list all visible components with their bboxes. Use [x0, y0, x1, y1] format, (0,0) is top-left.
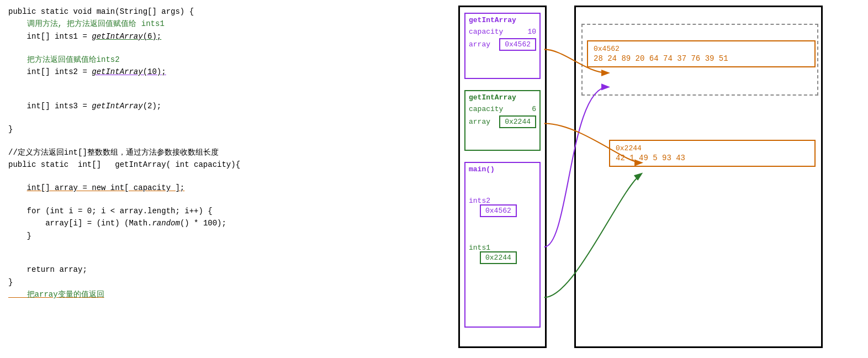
capacity-label-top: capacity [469, 28, 503, 36]
frame-getIntArray-mid: getIntArray capacity 6 array 0x2244 [464, 90, 541, 151]
heap-large-values: 28 24 89 20 64 74 37 76 39 51 [594, 54, 809, 63]
code-line-7: public static int[] getIntArray( int cap… [8, 159, 362, 171]
code-line-6: //定义方法返回int[]整数数组，通过方法参数接收数组长度 [8, 146, 362, 159]
comment-3: 把array变量的值返回 [8, 288, 362, 301]
code-line-5: } [8, 123, 362, 135]
heap-large-addr: 0x4562 [594, 45, 809, 53]
ints1-label: ints1 [469, 244, 490, 252]
frame-getIntArray-mid-label: getIntArray [469, 93, 536, 102]
ints2-value: 0x4562 [480, 204, 517, 217]
code-line-9: for (int i = 0; i < array.length; i++) { [8, 205, 362, 217]
code-panel: public static void main(String[] args) {… [0, 0, 370, 358]
diagram-panel: getIntArray capacity 10 array 0x4562 get… [370, 0, 868, 358]
code-line-12: return array; [8, 264, 362, 276]
code-line-2: int[] ints1 = getIntArray(6); [8, 30, 362, 43]
comment-1: 调用方法, 把方法返回值赋值给 ints1 [8, 18, 362, 30]
array-label-mid: array [469, 118, 490, 126]
frame-row-array-top: array 0x4562 [469, 37, 536, 52]
capacity-value-mid: 6 [532, 105, 536, 113]
comment-2: 把方法返回值赋值给ints2 [8, 54, 362, 66]
stack-container: getIntArray capacity 10 array 0x4562 get… [458, 6, 547, 348]
array-label-top: array [469, 40, 490, 49]
frame-getIntArray-top-label: getIntArray [469, 16, 536, 24]
ints1-value: 0x2244 [480, 251, 517, 264]
ints2-label: ints2 [469, 197, 490, 205]
ints1-section: ints1 0x2244 [469, 243, 536, 262]
heap-small-values: 42 1 49 5 93 43 [616, 154, 809, 162]
frame-getIntArray-top: getIntArray capacity 10 array 0x4562 [464, 13, 541, 79]
code-line-4: int[] ints3 = getIntArray(2); [8, 100, 362, 112]
code-line-1: public static void main(String[] args) { [8, 6, 362, 18]
array-value-mid: 0x2244 [499, 115, 536, 128]
frame-main-label: main() [469, 165, 536, 173]
heap-array-small: 0x2244 42 1 49 5 93 43 [609, 140, 816, 167]
frame-row-capacity-top: capacity 10 [469, 27, 536, 37]
frame-row-array-mid: array 0x2244 [469, 114, 536, 129]
code-line-13: } [8, 276, 362, 288]
ints2-section: ints2 0x4562 [469, 196, 536, 215]
capacity-value-top: 10 [527, 28, 536, 36]
heap-small-addr: 0x2244 [616, 144, 809, 152]
code-line-10: array[i] = (int) (Math.random() * 100); [8, 217, 362, 229]
array-value-top: 0x4562 [499, 38, 536, 51]
heap-container: 0x4562 28 24 89 20 64 74 37 76 39 51 0x2… [574, 6, 823, 348]
frame-row-capacity-mid: capacity 6 [469, 104, 536, 114]
code-line-3: int[] ints2 = getIntArray(10); [8, 66, 362, 78]
capacity-label-mid: capacity [469, 105, 503, 113]
heap-array-large: 0x4562 28 24 89 20 64 74 37 76 39 51 [587, 40, 816, 67]
code-line-8: int[] array = new int[ capacity ]; [8, 182, 362, 194]
code-line-11: } [8, 230, 362, 242]
frame-main: main() ints2 0x4562 ints1 0x2244 [464, 162, 541, 328]
